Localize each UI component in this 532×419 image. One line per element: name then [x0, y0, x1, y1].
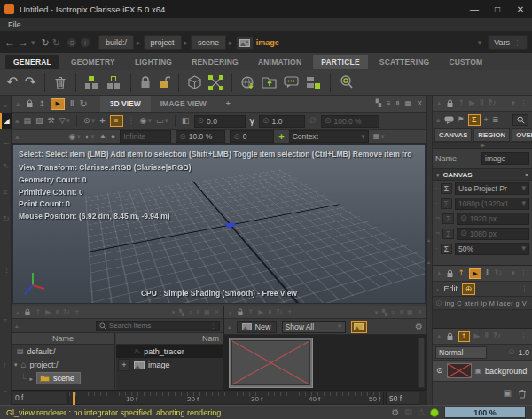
resolution-preset-dropdown[interactable]: Use Project Pr ▾ — [455, 182, 529, 195]
redo-icon[interactable]: ↷ — [24, 75, 35, 89]
sigma-icon[interactable]: Σ — [442, 229, 454, 239]
search-input[interactable] — [109, 322, 207, 330]
shading-layer-icon[interactable]: ⊕ — [462, 283, 475, 295]
render-mode-icon[interactable]: ◉ — [140, 117, 147, 125]
tab-general[interactable]: GENERAL — [5, 55, 59, 69]
play-icon[interactable]: ▶ — [45, 309, 51, 316]
context-dropdown[interactable]: Context ▾ — [289, 130, 369, 143]
refresh-icon[interactable]: ↻ — [80, 99, 88, 109]
new-image-button[interactable]: New — [237, 321, 277, 333]
create-object-icon[interactable] — [106, 75, 122, 89]
lock-icon[interactable] — [26, 99, 34, 108]
tab-geometry[interactable]: GEOMETRY — [63, 55, 123, 69]
collapse-icon[interactable]: ▴ — [437, 99, 442, 107]
import-state-icon[interactable]: ↥ — [458, 99, 466, 107]
add-attr-icon[interactable]: + — [484, 116, 489, 124]
width-field[interactable]: ⊙ 1920 px — [457, 213, 529, 225]
tab-rendering[interactable]: RENDERING — [184, 55, 246, 69]
collapse-icon[interactable]: ▴ — [437, 332, 442, 340]
play-icon[interactable]: ▶ — [51, 98, 65, 110]
antialias-icon[interactable]: ▲ — [99, 133, 106, 140]
refresh-icon[interactable]: ↻ — [493, 331, 501, 341]
lock-icon[interactable] — [446, 269, 454, 278]
attr-splitter[interactable]: ◂▸ — [433, 143, 532, 149]
resolution-dropdown[interactable]: 1080p (1920x1 ▾ — [455, 198, 529, 210]
grid-options-icon[interactable]: ▦ — [373, 133, 380, 140]
collapse-icon[interactable]: ▴ — [229, 309, 232, 315]
delete-icon[interactable] — [53, 75, 67, 90]
shading-caret-icon[interactable]: ▾ — [90, 133, 95, 141]
panel-kebab-icon[interactable]: ⋮ — [520, 99, 528, 107]
canvas-section-header[interactable]: ▾ CANVAS ■ — [433, 168, 532, 181]
blend-mode-dropdown[interactable]: Normal — [435, 346, 487, 359]
layout-rows-icon[interactable]: ≡ — [387, 100, 391, 107]
height-field[interactable]: ⊙ 1080 px — [457, 228, 529, 240]
render-caret-icon[interactable]: ▾ — [147, 117, 152, 125]
layout-quad-icon[interactable]: ▚ — [179, 309, 184, 315]
lock-icon[interactable] — [237, 308, 244, 316]
collapse-icon[interactable]: ▴ — [16, 100, 20, 108]
eye-icon[interactable]: ⊙ — [508, 348, 515, 356]
pause-icon[interactable]: ‖ — [268, 309, 271, 316]
create-context-icon[interactable] — [84, 75, 100, 89]
tab-image-view[interactable]: IMAGE VIEW — [151, 96, 216, 112]
filter-dropdown[interactable]: Show All ▾ — [282, 321, 346, 333]
blend-field[interactable]: ⊙ 100.0 % — [321, 115, 379, 128]
scale-tool-icon[interactable]: · — [3, 242, 5, 250]
clip-field[interactable]: Infinite — [120, 130, 171, 143]
comment-icon[interactable] — [284, 75, 300, 89]
select-tool-icon[interactable]: ◢ — [0, 113, 12, 129]
shelf-node-icon[interactable] — [306, 75, 322, 89]
sigma-icon[interactable]: Σ — [442, 213, 454, 224]
panel-caret-icon[interactable]: ▾ — [511, 99, 515, 107]
shading-sphere-icon[interactable]: ◐ — [85, 133, 90, 141]
breadcrumb-scene[interactable]: scene — [191, 35, 226, 50]
transform-icon[interactable] — [208, 75, 223, 90]
breadcrumb-build[interactable]: build:/ — [98, 35, 134, 50]
tab-lighting[interactable]: LIGHTING — [127, 55, 180, 69]
import-state-icon[interactable]: ↥ — [458, 331, 470, 342]
list-item-image[interactable]: + image — [116, 358, 223, 372]
package-icon[interactable] — [187, 75, 202, 90]
path-caret-icon[interactable]: ▾ — [478, 39, 482, 47]
collapse-icon[interactable]: ▴ — [16, 309, 20, 315]
duplicate-layer-icon[interactable]: ▣ — [504, 389, 512, 398]
tree-column-header[interactable]: Name — [12, 333, 114, 345]
lock-icon[interactable] — [139, 75, 152, 89]
name-input[interactable] — [481, 152, 529, 165]
edit-kebab-icon[interactable]: ⋮ — [520, 285, 528, 293]
sigma-mode-icon[interactable]: Σ — [468, 114, 481, 126]
display-mode-icon[interactable]: ▭ — [156, 117, 164, 125]
layout-cols-icon[interactable]: ‖ — [400, 309, 403, 315]
playhead[interactable] — [73, 392, 75, 406]
comment-bubble-icon[interactable] — [444, 116, 454, 124]
image-mode-icon[interactable] — [351, 321, 367, 333]
export-context-icon[interactable] — [262, 75, 278, 89]
list-column-header[interactable]: Nam — [116, 333, 223, 345]
play-icon[interactable]: ▶ — [474, 332, 481, 340]
layout-rows-icon[interactable]: ≡ — [392, 309, 395, 315]
lock-icon[interactable] — [446, 332, 454, 341]
status-gear-icon[interactable]: ⚙ — [391, 408, 399, 417]
tree-item-project[interactable]: ▾ ⌂ project:/ — [12, 358, 114, 371]
collapse-icon[interactable]: ▴ — [436, 286, 440, 292]
layout-quad-icon[interactable]: ▚ — [376, 100, 381, 107]
tab-3d-view[interactable]: 3D VIEW — [100, 96, 151, 112]
import-reference-icon[interactable] — [240, 75, 255, 90]
sigma-icon[interactable]: Σ — [441, 198, 452, 209]
close-button[interactable]: ✕ — [509, 4, 532, 14]
breadcrumb-project[interactable]: project — [144, 35, 182, 50]
timeline-end-field[interactable]: 50 f — [386, 392, 419, 405]
tab-overscan[interactable]: OVERSC — [512, 128, 532, 142]
play-icon[interactable]: ▶ — [469, 268, 481, 279]
pan-tool-icon[interactable]: ← — [3, 138, 11, 146]
add-icon[interactable]: + — [74, 308, 79, 316]
tab-scattering[interactable]: SCATTERING — [372, 55, 438, 69]
layout-quad-icon[interactable]: ▚ — [382, 309, 387, 315]
navigate-icon[interactable]: + — [99, 116, 105, 126]
tree-item-default[interactable]: ▤ default:/ — [12, 345, 114, 358]
layout-stack-icon[interactable]: ▦ — [204, 309, 210, 315]
unlock-icon[interactable] — [158, 75, 170, 89]
panel-kebab-icon[interactable]: ⋮ — [520, 269, 528, 277]
visibility-icon[interactable]: ⊙ — [83, 117, 90, 125]
